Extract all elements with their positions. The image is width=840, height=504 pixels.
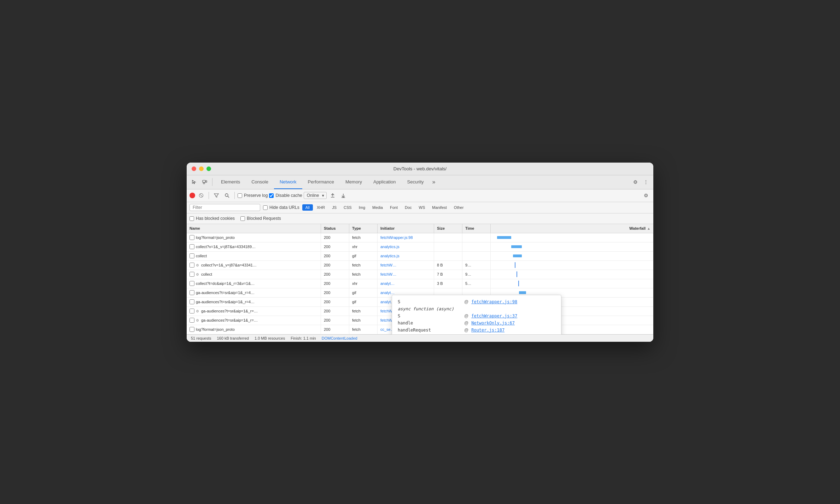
divider-2: [234, 192, 235, 199]
filter-type-css[interactable]: CSS: [340, 204, 355, 211]
has-blocked-cookies-input[interactable]: [189, 216, 194, 221]
filter-type-all[interactable]: All: [302, 204, 313, 211]
td-status: 200: [321, 288, 349, 297]
td-status: 200: [321, 298, 349, 306]
callout-func: S: [398, 313, 461, 318]
more-options-icon[interactable]: ⋮: [641, 178, 651, 186]
callout-at: @: [464, 299, 468, 304]
disable-cache-checkbox[interactable]: Disable cache: [269, 193, 302, 198]
divider-1: [209, 192, 209, 199]
throttle-selector[interactable]: Online ▼: [304, 192, 327, 199]
svg-rect-1: [203, 182, 205, 184]
filter-type-js[interactable]: JS: [329, 204, 340, 211]
callout-link[interactable]: fetchWrapper.js:37: [471, 313, 517, 318]
row-checkbox[interactable]: [189, 290, 194, 295]
tab-performance[interactable]: Performance: [302, 175, 340, 189]
td-initiator: fetchW…: [378, 270, 434, 279]
more-tabs-button[interactable]: »: [430, 179, 438, 185]
disable-cache-input[interactable]: [269, 193, 274, 198]
row-checkbox[interactable]: [189, 244, 194, 249]
network-table: Name Status Type Initiator Size Time Wat…: [187, 224, 653, 334]
upload-icon[interactable]: [328, 192, 337, 199]
callout-at: @: [464, 313, 468, 318]
row-checkbox[interactable]: [189, 299, 194, 304]
status-resources: 1.0 MB resources: [255, 336, 285, 340]
callout-at: @: [464, 321, 468, 326]
filter-bar: Hide data URLs All XHR JS CSS Img Media …: [187, 202, 653, 213]
td-size: 3 B: [434, 279, 462, 288]
th-initiator: Initiator: [378, 224, 434, 233]
td-type: fetch: [349, 261, 378, 270]
td-size: [434, 252, 462, 260]
search-icon[interactable]: [222, 192, 232, 199]
callout-row-5: handleRequest @ Router.js:187: [398, 328, 555, 333]
callout-link[interactable]: NetworkOnly.js:67: [471, 321, 515, 326]
table-row[interactable]: log?format=json_proto 200 fetch fetchWra…: [187, 233, 653, 242]
filter-input[interactable]: [189, 204, 260, 211]
filter-type-doc[interactable]: Doc: [402, 204, 415, 211]
maximize-button[interactable]: [206, 166, 211, 171]
row-checkbox[interactable]: [189, 263, 194, 268]
row-checkbox[interactable]: [189, 318, 194, 323]
row-checkbox[interactable]: [189, 253, 194, 258]
tab-security[interactable]: Security: [402, 175, 430, 189]
th-type: Type: [349, 224, 378, 233]
row-checkbox[interactable]: [189, 272, 194, 277]
tab-application[interactable]: Application: [368, 175, 402, 189]
tab-memory[interactable]: Memory: [340, 175, 368, 189]
callout-at: @: [464, 328, 468, 333]
callout-func: handleRequest: [398, 328, 461, 333]
td-type: xhr: [349, 242, 378, 251]
record-button[interactable]: [189, 193, 195, 198]
table-row[interactable]: ⚙ collect 200 fetch fetchW… 7 B 9…: [187, 270, 653, 279]
network-settings-icon[interactable]: ⚙: [642, 191, 651, 200]
filter-type-img[interactable]: Img: [356, 204, 368, 211]
td-type: fetch: [349, 307, 378, 316]
callout-link[interactable]: Router.js:187: [471, 328, 504, 333]
cursor-icon[interactable]: [189, 178, 199, 186]
filter-type-font[interactable]: Font: [387, 204, 401, 211]
blocked-requests-input[interactable]: [240, 216, 245, 221]
table-row[interactable]: ⚙ collect?v=1&_v=j87&a=43341… 200 fetch …: [187, 261, 653, 270]
row-checkbox[interactable]: [189, 281, 194, 286]
tab-elements[interactable]: Elements: [215, 175, 246, 189]
preserve-log-input[interactable]: [238, 193, 242, 198]
table-row[interactable]: collect?t=dc&aip=1&_r=3&v=1&… 200 xhr an…: [187, 279, 653, 288]
settings-icon[interactable]: ⚙: [631, 178, 640, 186]
hide-data-urls-input[interactable]: [263, 205, 268, 210]
network-toolbar: Preserve log Disable cache Online ▼: [187, 189, 653, 202]
has-blocked-cookies-checkbox[interactable]: Has blocked cookies: [189, 216, 235, 221]
table-row[interactable]: collect 200 gif analytics.js: [187, 252, 653, 261]
row-checkbox[interactable]: [189, 235, 194, 240]
td-type: xhr: [349, 279, 378, 288]
close-button[interactable]: [192, 166, 196, 171]
td-name: collect: [187, 252, 321, 260]
hide-data-urls-checkbox[interactable]: Hide data URLs: [263, 205, 299, 210]
device-toolbar-icon[interactable]: [200, 178, 209, 186]
row-checkbox[interactable]: [189, 309, 194, 313]
callout-link[interactable]: fetchWrapper.js:98: [471, 299, 517, 304]
status-dom-content-loaded[interactable]: DOMContentLoaded: [322, 336, 357, 340]
table-row[interactable]: collect?v=1&_v=j87&a=4334189… 200 xhr an…: [187, 242, 653, 252]
blocked-requests-checkbox[interactable]: Blocked Requests: [240, 216, 281, 221]
minimize-button[interactable]: [199, 166, 204, 171]
td-status: 200: [321, 316, 349, 325]
td-name: ⚙ collect: [187, 270, 321, 279]
filter-type-xhr[interactable]: XHR: [314, 204, 328, 211]
row-checkbox[interactable]: [189, 327, 194, 332]
tab-console[interactable]: Console: [246, 175, 274, 189]
tab-network[interactable]: Network: [274, 175, 302, 189]
filter-type-media[interactable]: Media: [369, 204, 386, 211]
filter-type-manifest[interactable]: Manifest: [429, 204, 450, 211]
throttle-select[interactable]: Online: [304, 192, 327, 199]
filter-icon[interactable]: [212, 192, 221, 199]
th-status: Status: [321, 224, 349, 233]
preserve-log-checkbox[interactable]: Preserve log: [238, 193, 268, 198]
download-icon[interactable]: [339, 192, 348, 199]
devtools-body: Elements Console Network Performance Mem…: [187, 175, 653, 342]
filter-type-other[interactable]: Other: [451, 204, 467, 211]
filter-type-ws[interactable]: WS: [416, 204, 428, 211]
blocked-row: Has blocked cookies Blocked Requests: [187, 213, 653, 224]
status-bar: 51 requests 160 kB transferred 1.0 MB re…: [187, 334, 653, 342]
clear-button[interactable]: [197, 192, 206, 199]
